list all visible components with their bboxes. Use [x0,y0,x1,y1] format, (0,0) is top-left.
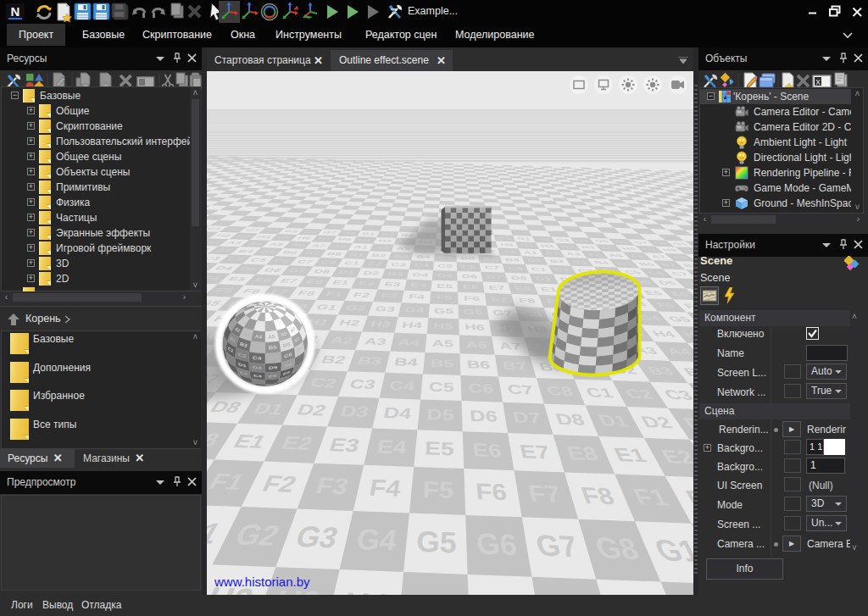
svg-text:H2: H2 [540,244,555,248]
svg-text:E5: E5 [437,283,453,290]
svg-text:C6: C6 [461,264,476,269]
svg-text:B4: B4 [415,254,431,259]
svg-text:A4: A4 [398,336,420,347]
svg-text:G6: G6 [463,308,484,316]
svg-text:C8: C8 [507,265,524,271]
svg-text:H7: H7 [316,236,332,241]
svg-text:G3: G3 [375,305,397,314]
svg-text:D4: D4 [382,404,414,422]
svg-text:D7: D7 [486,275,503,280]
svg-text:E3: E3 [327,434,362,455]
svg-text:G2: G2 [381,232,395,236]
svg-text:X: X [815,78,821,86]
svg-text:B4: B4 [393,356,419,369]
svg-text:H3: H3 [370,319,392,329]
svg-text:E7: E7 [488,284,506,291]
svg-text:G7: G7 [532,529,580,563]
svg-text:D8: D8 [510,275,528,281]
svg-text:D2: D2 [362,270,380,276]
svg-text:C4: C4 [388,378,416,393]
svg-text:H5: H5 [433,321,453,330]
svg-text:B6: B6 [466,358,491,371]
svg-text:F4: F4 [408,293,425,301]
svg-text:G3: G3 [555,238,571,242]
svg-text:B8: B8 [504,258,520,263]
svg-text:E8: E8 [514,285,532,291]
svg-text:C5: C5 [429,380,454,395]
svg-text:B7: B7 [502,359,528,372]
svg-text:E4: E4 [410,281,428,288]
svg-text:A8: A8 [502,249,517,254]
svg-text:A3: A3 [364,336,388,347]
svg-text:H8: H8 [611,594,671,595]
svg-text:D3: D3 [338,402,370,420]
svg-text:A5: A5 [431,338,453,348]
svg-text:B2: B2 [370,253,387,258]
svg-text:C7: C7 [506,382,535,397]
svg-text:G5: G5 [416,524,457,558]
svg-text:D4: D4 [412,272,430,278]
svg-text:B1: B1 [348,253,365,258]
svg-text:G8: G8 [342,231,357,236]
svg-text:E5: E5 [425,437,454,459]
svg-text:F5: F5 [436,294,452,302]
svg-text:H4: H4 [401,320,423,330]
svg-text:E4: E4 [376,436,408,457]
svg-text:H2: H2 [378,239,392,243]
svg-text:C2: C2 [367,261,384,267]
svg-text:E6: E6 [471,439,503,461]
svg-text:G4: G4 [354,523,400,557]
svg-text:F7: F7 [526,480,563,507]
svg-text:G2: G2 [536,237,551,241]
svg-text:G1: G1 [361,232,376,236]
svg-text:D8: D8 [313,269,332,275]
svg-text:A2: A2 [375,246,390,251]
svg-text:E7: E7 [518,441,552,462]
svg-text:F8: F8 [518,297,537,304]
svg-text:B7: B7 [482,257,498,262]
svg-text:G5: G5 [434,307,454,315]
svg-text:G5: G5 [593,239,610,243]
svg-text:E2: E2 [358,280,376,286]
svg-text:G2: G2 [344,304,367,313]
svg-text:G1: G1 [516,236,531,241]
svg-text:C2: C2 [553,267,570,273]
svg-text:A1: A1 [353,245,369,249]
svg-text:C6: C6 [467,380,494,396]
svg-text:D8: D8 [553,410,587,429]
svg-text:D6: D6 [461,274,477,280]
svg-text:G8: G8 [498,236,512,241]
svg-text:C4: C4 [414,263,430,268]
svg-text:C1: C1 [530,266,548,272]
svg-text:F4: F4 [368,474,403,502]
svg-text:H8: H8 [499,242,514,247]
svg-text:D5: D5 [426,406,454,425]
svg-text:D3: D3 [387,271,404,277]
svg-text:B1: B1 [526,258,543,263]
svg-text:B3: B3 [393,253,409,258]
svg-text:H6: H6 [465,323,486,332]
svg-text:B5: B5 [431,357,454,369]
svg-text:B3: B3 [570,259,588,264]
svg-text:A2: A2 [543,251,559,256]
svg-text:C3: C3 [348,376,378,391]
svg-text:G6: G6 [475,527,518,561]
svg-text:H5: H5 [412,587,457,595]
svg-text:B2: B2 [320,353,348,366]
svg-text:G7: G7 [322,230,338,235]
svg-text:H6: H6 [479,589,527,595]
svg-text:H1: H1 [520,243,535,247]
svg-text:H1: H1 [358,238,373,242]
svg-text:A1: A1 [523,250,539,255]
svg-text:D1: D1 [337,269,356,275]
svg-text:F6: F6 [464,295,481,302]
svg-text:C8: C8 [320,259,338,264]
svg-text:H4: H4 [340,585,391,595]
svg-text:H2: H2 [337,319,361,328]
svg-text:F2: F2 [352,291,371,299]
svg-text:F7: F7 [491,296,509,303]
svg-text:D5: D5 [437,273,453,279]
svg-text:F5: F5 [422,476,453,503]
svg-text:G4: G4 [404,306,426,314]
svg-text:A2: A2 [329,335,354,346]
